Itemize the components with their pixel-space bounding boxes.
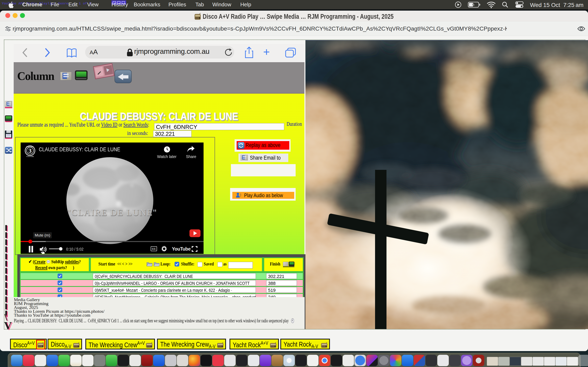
svg-text:YOUTUBE: YOUTUBE bbox=[26, 156, 34, 157]
svg-text:CHANNEL: CHANNEL bbox=[26, 146, 34, 148]
svg-text:3: 3 bbox=[29, 147, 32, 154]
